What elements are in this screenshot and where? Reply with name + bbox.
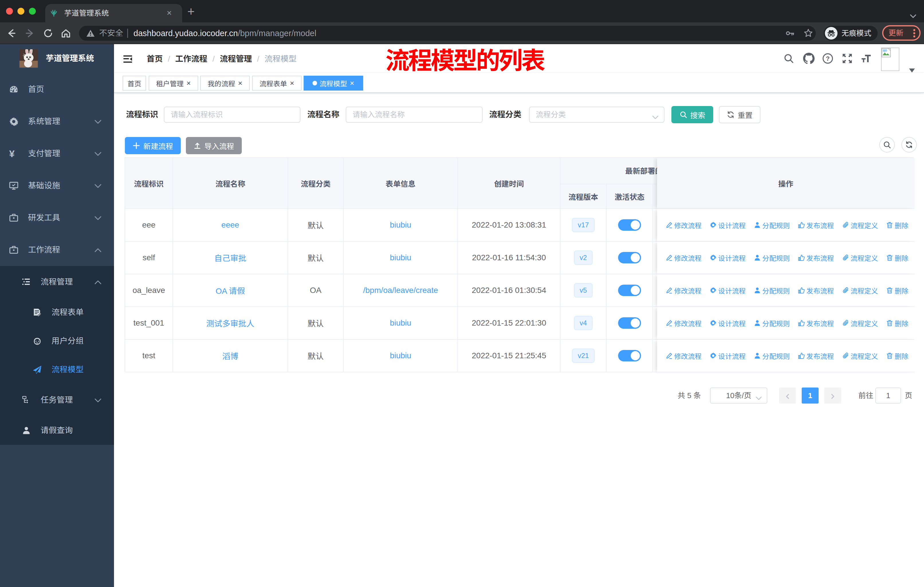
svg-text:?: ? bbox=[826, 55, 830, 62]
